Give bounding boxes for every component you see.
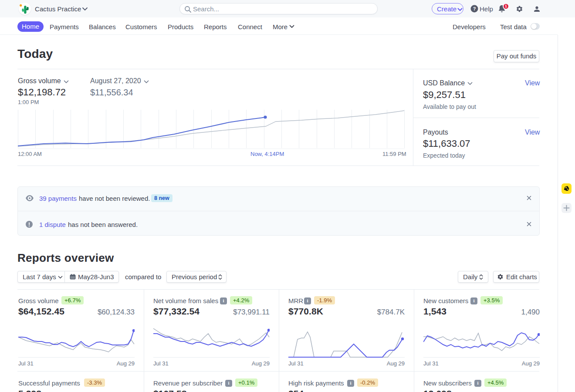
svg-text:?: ? (473, 6, 476, 11)
